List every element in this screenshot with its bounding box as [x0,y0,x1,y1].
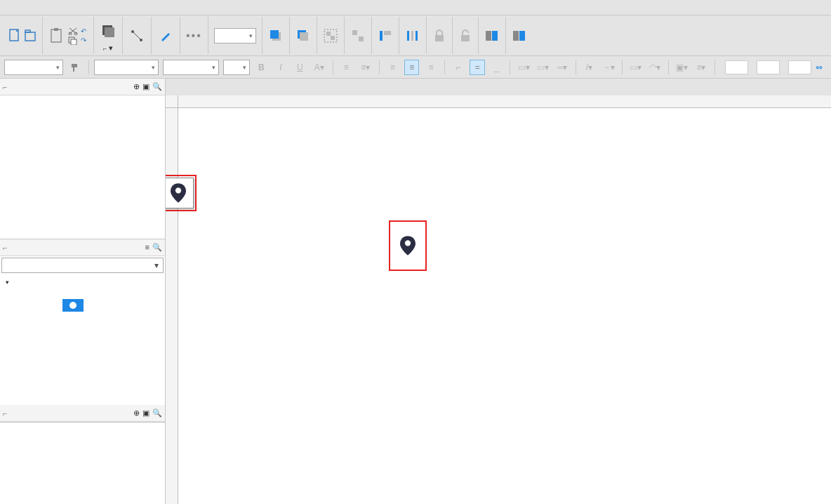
collapse-icon[interactable]: ⌐ [3,83,7,91]
lock-aspect-icon[interactable]: ⇔ [816,62,823,72]
valign-top-button[interactable]: ⌐ [451,60,465,75]
search-icon[interactable]: 🔍 [152,82,162,91]
library-item[interactable] [59,297,87,321]
menu-project[interactable] [29,6,38,9]
svg-rect-28 [461,35,470,41]
linespacing-button[interactable]: ≡▾ [358,60,373,75]
svg-point-37 [175,187,181,193]
menu-edit[interactable] [13,6,21,9]
menu-view[interactable] [21,6,29,9]
svg-rect-4 [54,28,58,31]
toolgroup-distribute[interactable] [399,17,427,54]
toolgroup-left[interactable] [479,17,506,54]
menu-team[interactable] [55,6,63,9]
weight-select[interactable] [163,60,219,75]
menu-publish[interactable] [46,6,55,9]
arrow-button[interactable]: →▾ [601,60,616,75]
toolgroup-align[interactable] [372,17,399,54]
valign-bottom-button[interactable]: _ [489,60,504,75]
font-select[interactable] [94,60,159,75]
toolgroup-connect[interactable] [123,17,152,54]
style-select[interactable] [4,60,63,75]
zoom-select[interactable] [214,28,256,44]
add-folder-icon[interactable]: ▣ [142,82,149,91]
collapse-icon[interactable]: ⌐ [3,244,7,252]
toolgroup-back[interactable] [290,17,317,54]
cut-icon[interactable] [68,27,78,35]
toolgroup-lock[interactable] [427,17,453,54]
toolgroup-select[interactable]: ⌐ ▾ [94,17,123,54]
dragged-widget[interactable] [166,178,194,208]
undo-button[interactable]: ↶ [81,27,88,35]
y-input[interactable] [757,60,780,74]
add-folder-icon[interactable]: ▣ [142,409,149,418]
menu-file[interactable] [4,6,13,9]
menu-account[interactable] [63,6,72,9]
svg-rect-21 [359,37,364,41]
svg-point-36 [69,302,77,309]
menu-help[interactable] [72,6,80,9]
w-input[interactable] [788,60,811,74]
padding-button[interactable]: ▣▾ [674,60,689,75]
x-input[interactable] [725,60,748,74]
svg-rect-33 [72,64,77,67]
outer-border-button[interactable]: ▭▾ [628,60,643,75]
library-item[interactable] [10,297,38,321]
toolgroup-unlock[interactable] [453,17,479,54]
corner-button[interactable]: ◠▾ [647,60,662,75]
toolgroup-pen[interactable] [152,17,180,54]
bold-button[interactable]: B [254,60,269,75]
search-icon[interactable]: 🔍 [152,243,162,252]
copy-icon[interactable] [68,37,78,45]
new-file-icon[interactable] [8,28,21,44]
main-toolbar: ↶ ↷ ⌐ ▾ ••• [0,15,831,56]
align-right-button[interactable]: ≡ [423,60,438,75]
svg-rect-31 [513,31,519,41]
svg-rect-2 [25,30,30,32]
toolgroup-front[interactable] [262,17,290,54]
toolgroup-more[interactable]: ••• [180,17,208,54]
format-painter-button[interactable] [67,60,82,75]
add-page-icon[interactable]: ⊕ [133,82,140,91]
panel-right-icon [512,29,527,42]
border-width-button[interactable]: ═▾ [554,60,569,75]
library-select[interactable] [1,258,164,273]
canvas-widget-highlight[interactable] [389,220,427,271]
toolgroup-group[interactable] [317,17,345,54]
border-color-button[interactable]: ▭▾ [536,60,550,75]
bullets-button[interactable]: ≡ [339,60,354,75]
svg-rect-26 [416,31,418,41]
fill-button[interactable]: ▭▾ [516,60,531,75]
canvas-area [166,79,831,504]
library-section[interactable]: ▾ [0,274,165,290]
underline-button[interactable]: U [293,60,307,75]
svg-rect-14 [270,30,279,39]
italic-button[interactable]: I [273,60,288,75]
toolgroup-right[interactable] [506,17,533,54]
open-file-icon[interactable] [24,28,36,44]
line-style-button[interactable]: /▾ [582,60,597,75]
libraries-panel: ▾ [0,256,165,405]
spacing-button[interactable]: ≡▾ [693,60,708,75]
svg-rect-20 [352,30,357,35]
svg-point-38 [405,240,411,246]
search-icon[interactable]: 🔍 [152,409,162,418]
valign-middle-button[interactable]: = [470,60,484,75]
menu-layout[interactable] [38,6,46,9]
canvas-wrap [166,95,831,504]
group-icon [323,28,338,44]
text-color-button[interactable]: A▾ [312,60,326,75]
toolgroup-ungroup[interactable] [345,17,372,54]
redo-button[interactable]: ↷ [81,37,88,44]
toolgroup-zoom [208,17,262,54]
workspace: ⌐ ⊕ ▣ 🔍 ⌐ ≡ 🔍 ▾ [0,79,831,504]
menu-icon[interactable]: ≡ [145,243,149,252]
size-select[interactable] [223,60,249,75]
align-center-button[interactable]: ≡ [404,60,419,75]
collapse-icon[interactable]: ⌐ [3,409,7,418]
align-left-button[interactable]: ≡ [385,60,400,75]
canvas[interactable] [178,108,831,504]
add-master-icon[interactable]: ⊕ [133,409,140,418]
paste-icon[interactable] [48,27,65,45]
svg-rect-25 [411,31,413,41]
